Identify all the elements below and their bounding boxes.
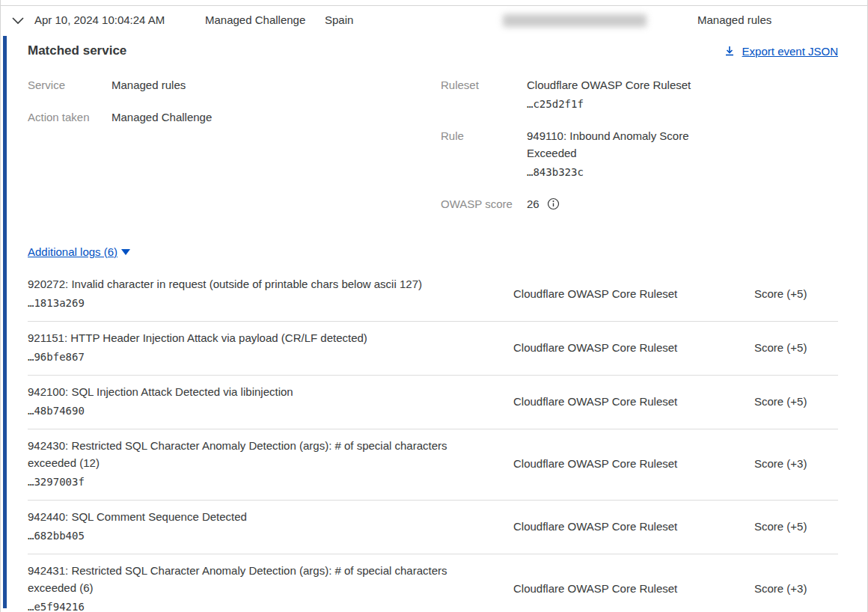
event-action: Managed Challenge <box>205 13 305 26</box>
event-timestamp: Apr 10, 2024 10:04:24 AM <box>34 13 165 26</box>
redacted-value <box>503 14 647 27</box>
log-id-hash: …1813a269 <box>28 295 468 311</box>
log-row: 942430: Restricted SQL Character Anomaly… <box>28 429 838 501</box>
detail-label: Ruleset <box>441 76 527 112</box>
ruleset-id-hash: …c25d2f1f <box>527 96 691 112</box>
log-description: 942431: Restricted SQL Character Anomaly… <box>28 562 513 612</box>
log-description: 921151: HTTP Header Injection Attack via… <box>28 329 513 365</box>
additional-logs-label: Additional logs (6) <box>28 245 117 258</box>
detail-value: Managed rules <box>111 76 186 94</box>
log-id-hash: …48b74690 <box>28 403 468 419</box>
detail-action-taken: Action taken Managed Challenge <box>28 108 441 126</box>
detail-ruleset: Ruleset Cloudflare OWASP Core Ruleset …c… <box>441 76 838 112</box>
detail-service: Service Managed rules <box>28 76 441 94</box>
log-id-hash: …682bb405 <box>28 527 468 544</box>
export-label: Export event JSON <box>742 45 838 58</box>
log-ruleset: Cloudflare OWASP Core Ruleset <box>513 520 754 533</box>
log-score: Score (+5) <box>754 287 838 300</box>
detail-value: 949110: Inbound Anomaly Score Exceeded …… <box>527 127 706 180</box>
detail-rule: Rule 949110: Inbound Anomaly Score Excee… <box>441 127 838 180</box>
event-summary-row[interactable]: Apr 10, 2024 10:04:24 AM Managed Challen… <box>1 6 867 36</box>
event-detail-sheet: Apr 10, 2024 10:04:24 AM Managed Challen… <box>0 0 868 612</box>
log-score: Score (+3) <box>754 457 838 470</box>
log-row: 942440: SQL Comment Sequence Detected …6… <box>28 501 838 554</box>
download-icon <box>724 45 736 57</box>
rule-name: 949110: Inbound Anomaly Score Exceeded <box>527 129 689 159</box>
detail-value: Cloudflare OWASP Core Ruleset …c25d2f1f <box>527 76 691 112</box>
detail-grid: Service Managed rules Action taken Manag… <box>28 76 838 227</box>
panel-title: Matched service <box>28 43 126 58</box>
log-description: 942440: SQL Comment Sequence Detected …6… <box>28 508 513 544</box>
log-row: 942100: SQL Injection Attack Detected vi… <box>28 376 838 429</box>
rule-id-hash: …843b323c <box>527 164 706 180</box>
log-score: Score (+3) <box>754 582 838 595</box>
log-id-hash: …3297003f <box>28 474 468 490</box>
log-id-hash: …e5f94216 <box>28 599 468 612</box>
detail-owasp-score: OWASP score 26 <box>441 195 838 212</box>
log-score: Score (+5) <box>754 520 838 533</box>
event-service: Managed rules <box>697 13 771 26</box>
ruleset-name: Cloudflare OWASP Core Ruleset <box>527 79 691 91</box>
owasp-score-value: 26 <box>527 195 540 212</box>
log-score: Score (+5) <box>754 395 838 408</box>
matched-service-panel: Matched service Export event JSON Servic… <box>1 36 867 612</box>
detail-value: Managed Challenge <box>111 108 212 126</box>
log-row: 920272: Invalid character in request (ou… <box>28 268 838 322</box>
detail-label: Action taken <box>28 108 111 126</box>
log-ruleset: Cloudflare OWASP Core Ruleset <box>513 395 754 408</box>
additional-logs-toggle[interactable]: Additional logs (6) <box>28 245 130 258</box>
log-ruleset: Cloudflare OWASP Core Ruleset <box>513 582 754 595</box>
log-ruleset: Cloudflare OWASP Core Ruleset <box>513 341 754 354</box>
chevron-down-icon[interactable] <box>11 15 25 27</box>
detail-label: Rule <box>441 127 527 180</box>
log-ruleset: Cloudflare OWASP Core Ruleset <box>513 457 754 470</box>
log-row: 921151: HTTP Header Injection Attack via… <box>28 322 838 376</box>
log-description: 942100: SQL Injection Attack Detected vi… <box>28 383 513 419</box>
detail-label: OWASP score <box>441 195 527 212</box>
log-row: 942431: Restricted SQL Character Anomaly… <box>28 554 838 612</box>
log-id-hash: …96bfe867 <box>28 349 468 365</box>
log-description: 942430: Restricted SQL Character Anomaly… <box>28 437 513 490</box>
log-score: Score (+5) <box>754 341 838 354</box>
caret-down-icon <box>121 249 130 255</box>
detail-label: Service <box>28 76 111 94</box>
log-ruleset: Cloudflare OWASP Core Ruleset <box>513 287 754 300</box>
export-event-json-link[interactable]: Export event JSON <box>724 45 838 58</box>
info-icon[interactable] <box>547 198 560 210</box>
additional-logs-table: 920272: Invalid character in request (ou… <box>28 268 838 612</box>
log-description: 920272: Invalid character in request (ou… <box>28 275 513 311</box>
event-country: Spain <box>325 13 353 26</box>
